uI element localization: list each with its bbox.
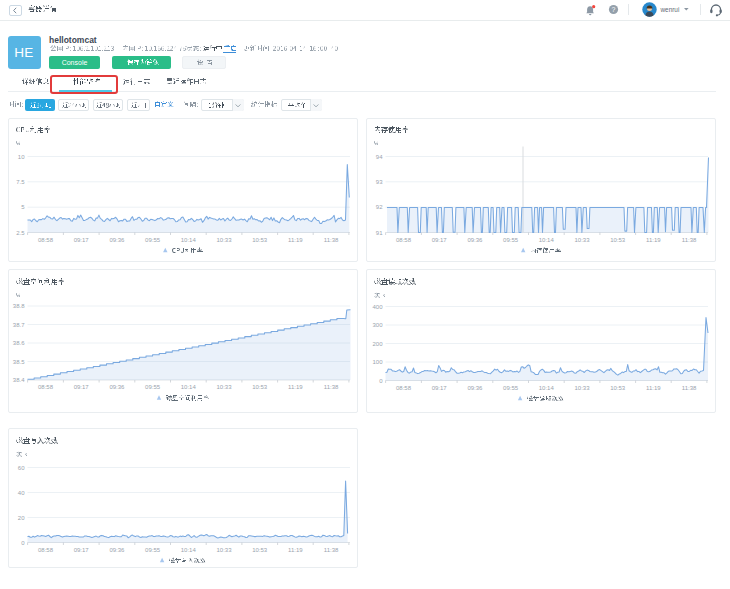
svg-text:09:17: 09:17 xyxy=(432,236,448,242)
svg-text:38.7: 38.7 xyxy=(13,322,25,328)
svg-text:0: 0 xyxy=(379,378,383,384)
svg-text:09:36: 09:36 xyxy=(467,236,483,242)
svg-text:400: 400 xyxy=(372,304,383,310)
svg-text:09:55: 09:55 xyxy=(145,547,161,553)
svg-text:5: 5 xyxy=(21,204,25,210)
svg-text:10:14: 10:14 xyxy=(181,547,197,553)
svg-text:10:53: 10:53 xyxy=(252,236,268,242)
svg-text:20: 20 xyxy=(18,515,25,521)
svg-text:09:17: 09:17 xyxy=(432,385,448,391)
svg-text:09:55: 09:55 xyxy=(503,236,519,242)
svg-text:11:38: 11:38 xyxy=(682,236,697,242)
svg-text:09:36: 09:36 xyxy=(109,384,125,390)
svg-text:11:19: 11:19 xyxy=(646,236,661,242)
svg-text:09:17: 09:17 xyxy=(74,547,90,553)
svg-text:10:14: 10:14 xyxy=(181,236,197,242)
svg-text:11:38: 11:38 xyxy=(324,547,339,553)
svg-text:08:58: 08:58 xyxy=(38,236,54,242)
svg-text:08:58: 08:58 xyxy=(396,385,412,391)
svg-text:10:33: 10:33 xyxy=(574,236,590,242)
svg-text:38.8: 38.8 xyxy=(13,303,25,309)
svg-text:10:53: 10:53 xyxy=(610,385,626,391)
svg-text:09:17: 09:17 xyxy=(74,236,90,242)
svg-text:11:19: 11:19 xyxy=(288,547,303,553)
svg-text:08:58: 08:58 xyxy=(38,384,54,390)
svg-text:10:33: 10:33 xyxy=(216,384,232,390)
svg-text:09:55: 09:55 xyxy=(145,384,161,390)
svg-text:0: 0 xyxy=(21,540,25,546)
svg-text:10:33: 10:33 xyxy=(216,547,232,553)
svg-text:200: 200 xyxy=(372,341,383,347)
svg-text:91: 91 xyxy=(376,229,383,235)
svg-text:2.5: 2.5 xyxy=(16,229,25,235)
svg-text:11:38: 11:38 xyxy=(324,236,339,242)
svg-text:94: 94 xyxy=(376,153,383,159)
svg-text:92: 92 xyxy=(376,204,383,210)
svg-text:08:58: 08:58 xyxy=(38,547,54,553)
svg-text:93: 93 xyxy=(376,178,383,184)
svg-text:10:33: 10:33 xyxy=(216,236,232,242)
svg-text:10:53: 10:53 xyxy=(252,547,268,553)
svg-text:09:55: 09:55 xyxy=(503,385,519,391)
svg-text:100: 100 xyxy=(372,359,383,365)
svg-text:10:53: 10:53 xyxy=(610,236,626,242)
svg-text:10:53: 10:53 xyxy=(252,384,268,390)
svg-text:11:19: 11:19 xyxy=(646,385,661,391)
svg-text:10:14: 10:14 xyxy=(539,385,555,391)
svg-text:38.6: 38.6 xyxy=(13,340,25,346)
svg-text:11:19: 11:19 xyxy=(288,384,303,390)
svg-text:08:58: 08:58 xyxy=(396,236,412,242)
svg-text:10:33: 10:33 xyxy=(574,385,590,391)
svg-text:09:17: 09:17 xyxy=(74,384,90,390)
svg-text:?: ? xyxy=(611,6,615,13)
svg-text:40: 40 xyxy=(18,490,25,496)
svg-text:09:55: 09:55 xyxy=(145,236,161,242)
svg-text:7.5: 7.5 xyxy=(16,178,25,184)
svg-text:11:19: 11:19 xyxy=(288,236,303,242)
svg-text:10:14: 10:14 xyxy=(181,384,197,390)
svg-text:11:38: 11:38 xyxy=(324,384,339,390)
svg-text:09:36: 09:36 xyxy=(109,547,125,553)
svg-text:60: 60 xyxy=(18,465,25,471)
svg-text:10:14: 10:14 xyxy=(539,236,555,242)
svg-text:09:36: 09:36 xyxy=(109,236,125,242)
svg-text:300: 300 xyxy=(372,322,383,328)
svg-text:11:38: 11:38 xyxy=(682,385,697,391)
svg-text:09:36: 09:36 xyxy=(467,385,483,391)
svg-text:10: 10 xyxy=(18,153,25,159)
svg-text:38.4: 38.4 xyxy=(13,377,25,383)
svg-text:38.5: 38.5 xyxy=(13,359,25,365)
